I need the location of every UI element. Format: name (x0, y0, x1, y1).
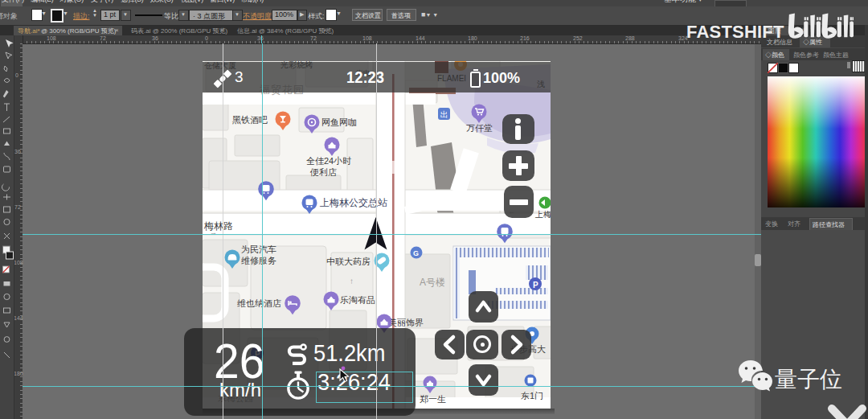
svg-text:出: 出 (440, 110, 448, 119)
svg-text:G: G (413, 249, 419, 257)
svg-text:P: P (533, 281, 538, 290)
